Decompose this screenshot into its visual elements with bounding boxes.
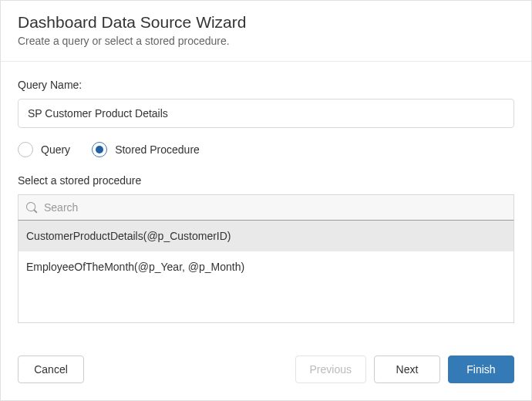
search-icon	[26, 202, 38, 214]
query-type-radio-group: Query Stored Procedure	[18, 142, 514, 157]
stored-procedure-label: Select a stored procedure	[18, 174, 514, 187]
cancel-button[interactable]: Cancel	[18, 356, 84, 383]
stored-procedure-list[interactable]: CustomerProductDetails(@p_CustomerID) Em…	[18, 221, 514, 323]
dialog-footer: Cancel Previous Next Finish	[1, 340, 531, 400]
dialog-subtitle: Create a query or select a stored proced…	[18, 35, 514, 47]
radio-label-stored-procedure: Stored Procedure	[115, 143, 200, 156]
previous-button: Previous	[295, 356, 366, 383]
dialog-header: Dashboard Data Source Wizard Create a qu…	[1, 1, 531, 62]
radio-circle-query	[18, 142, 33, 157]
list-item[interactable]: CustomerProductDetails(@p_CustomerID)	[19, 221, 513, 251]
dialog-body: Query Name: Query Stored Procedure Selec…	[1, 62, 531, 340]
search-box[interactable]	[18, 194, 514, 221]
query-name-label: Query Name:	[18, 79, 514, 91]
list-item[interactable]: EmployeeOfTheMonth(@p_Year, @p_Month)	[19, 251, 513, 282]
search-input[interactable]	[44, 201, 506, 214]
next-button[interactable]: Next	[374, 356, 440, 383]
wizard-dialog: Dashboard Data Source Wizard Create a qu…	[0, 0, 532, 401]
finish-button[interactable]: Finish	[448, 356, 514, 383]
dialog-title: Dashboard Data Source Wizard	[18, 13, 514, 32]
radio-option-stored-procedure[interactable]: Stored Procedure	[92, 142, 200, 157]
radio-circle-stored-procedure	[92, 142, 107, 157]
radio-option-query[interactable]: Query	[18, 142, 70, 157]
query-name-input[interactable]	[18, 99, 514, 128]
radio-label-query: Query	[41, 143, 70, 156]
